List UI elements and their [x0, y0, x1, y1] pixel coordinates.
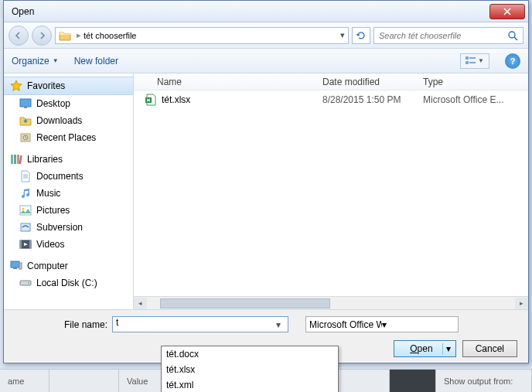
pictures-icon — [19, 204, 32, 216]
forward-button[interactable] — [32, 26, 52, 46]
sidebar-recent[interactable]: Recent Places — [4, 129, 133, 146]
autocomplete-item[interactable]: tét.xml — [162, 377, 338, 392]
organize-button[interactable]: Organize▼ — [12, 56, 59, 66]
back-button[interactable] — [9, 26, 29, 46]
refresh-button[interactable] — [352, 27, 370, 44]
cancel-button[interactable]: Cancel — [462, 340, 517, 357]
svg-rect-6 — [24, 107, 27, 108]
sidebar-computer[interactable]: Computer — [4, 257, 133, 274]
subversion-icon — [19, 221, 32, 233]
column-headers[interactable]: Name Date modified Type — [134, 73, 528, 90]
svg-rect-17 — [20, 240, 22, 248]
open-dialog: Open ▸ tét chooserfile ▾ Organize▼ New f… — [3, 0, 529, 363]
sidebar-favorites[interactable]: Favorites — [4, 77, 133, 95]
column-name[interactable]: Name — [140, 77, 322, 87]
new-folder-button[interactable]: New folder — [74, 56, 118, 66]
videos-icon — [19, 238, 32, 251]
desktop-icon — [19, 97, 32, 110]
filename-label: File name: — [15, 319, 107, 330]
refresh-icon — [356, 30, 367, 41]
column-type[interactable]: Type — [423, 77, 522, 87]
svg-rect-9 — [11, 155, 13, 164]
star-icon — [10, 80, 22, 92]
view-icon — [466, 56, 476, 66]
address-bar[interactable]: ▸ tét chooserfile ▾ — [55, 27, 349, 44]
dialog-title: Open — [7, 6, 489, 17]
open-split-button[interactable]: ▾ — [442, 343, 451, 354]
sidebar-music[interactable]: Music — [4, 185, 133, 202]
toolbar: Organize▼ New folder ▼ ? — [4, 49, 528, 73]
computer-icon — [10, 260, 22, 272]
close-icon — [503, 8, 511, 15]
column-date[interactable]: Date modified — [322, 77, 423, 87]
filename-input[interactable]: t ▾ — [112, 316, 288, 332]
svg-rect-13 — [20, 206, 31, 215]
navigation-bar: ▸ tét chooserfile ▾ — [4, 22, 528, 49]
breadcrumb-separator-icon: ▸ — [77, 30, 81, 40]
svg-rect-1 — [466, 56, 469, 60]
sidebar[interactable]: Favorites Desktop Downloads Recent Place… — [4, 73, 134, 309]
svg-rect-10 — [14, 155, 16, 164]
svg-rect-18 — [29, 240, 31, 248]
bg-name-col: ame — [0, 370, 49, 392]
svg-rect-15 — [21, 223, 30, 231]
libraries-icon — [10, 153, 22, 165]
svg-rect-2 — [469, 57, 476, 59]
svg-point-23 — [28, 282, 29, 284]
folder-icon — [59, 30, 71, 41]
svg-rect-3 — [466, 61, 469, 64]
search-box[interactable] — [373, 27, 523, 44]
sidebar-downloads[interactable]: Downloads — [4, 112, 133, 129]
chevron-down-icon[interactable]: ▾ — [276, 319, 286, 329]
bg-output-label: Show output from: — [436, 370, 532, 392]
file-type: Microsoft Office E... — [423, 94, 522, 105]
titlebar[interactable]: Open — [4, 1, 528, 22]
search-input[interactable] — [379, 31, 507, 40]
svg-rect-20 — [13, 268, 17, 269]
file-list: Name Date modified Type tét.xlsx 8/28/20… — [134, 73, 528, 309]
filetype-select[interactable]: Microsoft Office Word Docume▾ — [305, 316, 459, 332]
horizontal-scrollbar[interactable]: ◂▸ — [134, 296, 528, 309]
svg-rect-21 — [19, 263, 22, 269]
sidebar-documents[interactable]: Documents — [4, 168, 133, 185]
documents-icon — [19, 170, 32, 182]
view-options-button[interactable]: ▼ — [460, 53, 489, 69]
chevron-down-icon: ▾ — [382, 319, 455, 330]
help-button[interactable]: ? — [505, 53, 520, 69]
svg-point-14 — [22, 208, 25, 210]
close-button[interactable] — [489, 4, 525, 19]
file-row[interactable]: tét.xlsx 8/28/2015 1:50 PM Microsoft Off… — [134, 90, 528, 109]
sidebar-pictures[interactable]: Pictures — [4, 202, 133, 219]
sidebar-subversion[interactable]: Subversion — [4, 219, 133, 236]
search-icon[interactable] — [507, 30, 518, 41]
downloads-icon — [19, 114, 32, 127]
svg-rect-4 — [469, 62, 476, 63]
music-icon — [19, 187, 32, 199]
svg-rect-11 — [17, 155, 19, 164]
breadcrumb-folder[interactable]: tét chooserfile — [84, 31, 136, 40]
svg-rect-12 — [19, 155, 22, 164]
open-button[interactable]: Open▾ — [394, 340, 455, 357]
file-name: tét.xlsx — [162, 94, 190, 105]
svg-rect-19 — [11, 261, 19, 268]
svg-point-0 — [509, 32, 515, 38]
sidebar-videos[interactable]: Videos — [4, 236, 133, 253]
drive-icon — [19, 277, 32, 289]
file-date: 8/28/2015 1:50 PM — [322, 94, 423, 105]
sidebar-libraries[interactable]: Libraries — [4, 151, 133, 168]
recent-icon — [19, 131, 32, 144]
autocomplete-item[interactable]: tét.docx — [162, 346, 338, 362]
svg-rect-5 — [20, 99, 31, 107]
sidebar-localdisk[interactable]: Local Disk (C:) — [4, 274, 133, 291]
autocomplete-item[interactable]: tét.xlsx — [162, 362, 338, 377]
autocomplete-dropdown[interactable]: tét.docx tét.xlsx tét.xml — [161, 346, 339, 392]
address-dropdown[interactable]: ▾ — [340, 30, 345, 40]
excel-icon — [145, 94, 157, 106]
sidebar-desktop[interactable]: Desktop — [4, 95, 133, 112]
